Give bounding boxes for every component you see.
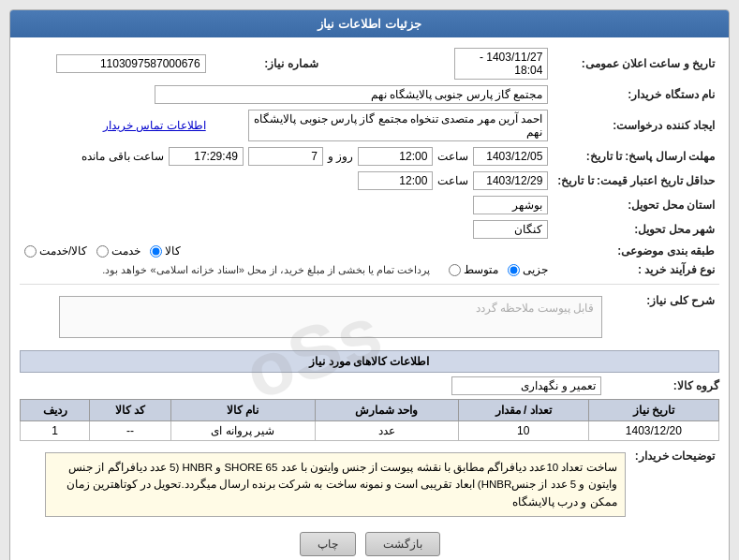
sharh-label: شرح کلی نیاز: [607, 289, 719, 345]
col-code-kala: کد کالا [90, 400, 170, 421]
ostan-value: بوشهر [473, 196, 548, 214]
mohlat-baqi-value: 17:29:49 [169, 147, 244, 166]
radio-kala-label: کالا [165, 244, 181, 258]
radio-mottaset[interactable]: متوسط [449, 263, 498, 276]
payment-note: پرداخت تمام یا بخشی از مبلغ خرید، از محل… [102, 264, 430, 276]
groupe-kala-label: گروه کالا: [607, 379, 719, 392]
shomare-niaz-value: 1103097587000676 [56, 54, 206, 73]
cell-tedad: 10 [458, 421, 588, 441]
radio-khadamat-label: خدمت [111, 244, 140, 258]
tosih-label: توضیحات خریدار: [630, 445, 719, 524]
cell-vahed: عدد [315, 421, 458, 441]
col-radif: ردیف [21, 400, 90, 421]
ijad-label: ایجاد کننده درخواست: [553, 107, 719, 144]
col-tedad: تعداد / مقدار [458, 400, 588, 421]
buttons-row: بازگشت چاپ [20, 532, 719, 556]
cell-code-kala: -- [90, 421, 170, 441]
nam-dastgah-label: نام دستگاه خریدار: [553, 82, 719, 107]
mohlat-saat-value: 12:00 [358, 147, 433, 166]
hadaqal-label: حداقل تاریخ اعتبار قیمت: تا تاریخ: [553, 169, 719, 193]
tabaqe-label: طبقه بندی موضوعی: [553, 242, 719, 260]
radio-kala[interactable]: کالا [150, 244, 181, 258]
tarikh-value: 1403/11/27 - 18:04 [454, 48, 548, 80]
ettelaat-section-header: اطلاعات کالاهای مورد نیاز [20, 350, 719, 373]
radio-mottaset-label: متوسط [464, 263, 498, 276]
mohlat-baqi-label: ساعت باقی مانده [81, 150, 164, 163]
page-header: جزئیات اطلاعات نیاز [10, 10, 729, 37]
cell-nam-kala: شیر پروانه ای [170, 421, 315, 441]
groupe-kala-value: تعمیر و نگهداری [451, 376, 601, 395]
radio-jozii[interactable]: جزیی [508, 263, 548, 276]
type-kala-label: نوع فرآیند خرید : [553, 260, 719, 279]
radio-jozii-label: جزیی [523, 263, 548, 276]
hadaqal-saat-label: ساعت [437, 174, 468, 187]
ostan-label: استان محل تحویل: [553, 193, 719, 217]
cell-radif: 1 [21, 421, 90, 441]
shahr-label: شهر محل تحویل: [553, 217, 719, 242]
table-row: 1403/12/20 10 عدد شیر پروانه ای -- 1 [21, 421, 719, 441]
radio-kala-khadamat-label: کالا/خدمت [39, 244, 87, 258]
radio-khadamat[interactable]: خدمت [96, 244, 140, 258]
tosih-box: ساخت تعداد 10عدد دیافراگم مطابق با نقشه … [45, 452, 626, 517]
cell-tarikh-niaz: 1403/12/20 [588, 421, 718, 441]
print-button[interactable]: چاپ [300, 532, 356, 556]
col-tarikh-niaz: تاریخ نیاز [588, 400, 718, 421]
mohlat-label: مهلت ارسال پاسخ: تا تاریخ: [553, 144, 719, 169]
col-nam-kala: نام کالا [170, 400, 315, 421]
sharh-placeholder: قابل پیوست ملاحظه گردد [476, 302, 594, 315]
hadaqal-saat-value: 12:00 [358, 171, 433, 190]
mohlat-rooz-label: روز و [328, 150, 353, 163]
nam-dastgah-value: مجتمع گاز پارس جنوبی پالایشگاه نهم [155, 85, 548, 104]
items-table: تاریخ نیاز تعداد / مقدار واحد شمارش نام … [20, 399, 719, 441]
mohlat-date: 1403/12/05 [473, 147, 548, 166]
shahr-value: کنگان [473, 220, 548, 239]
ettelaat-tamas-link[interactable]: اطلاعات تماس خریدار [103, 119, 206, 132]
col-vahed: واحد شمارش [315, 400, 458, 421]
back-button[interactable]: بازگشت [365, 532, 440, 556]
shomare-niaz-label: شماره نیاز: [211, 45, 323, 82]
tosih-value: ساخت تعداد 10عدد دیافراگم مطابق با نقشه … [67, 462, 617, 508]
ijad-value: احمد آرین مهر متصدی تنخواه مجتمع گاز پار… [248, 110, 548, 141]
tarikh-label: تاریخ و ساعت اعلان عمومی: [553, 45, 719, 82]
page-title: جزئیات اطلاعات نیاز [318, 17, 421, 31]
radio-kala-khadamat[interactable]: کالا/خدمت [24, 244, 87, 258]
sharh-box: قابل پیوست ملاحظه گردد [59, 296, 602, 338]
mohlat-saat-label: ساعت [437, 150, 468, 163]
mohlat-rooz-value: 7 [248, 147, 323, 166]
hadaqal-date: 1403/12/29 [473, 171, 548, 190]
